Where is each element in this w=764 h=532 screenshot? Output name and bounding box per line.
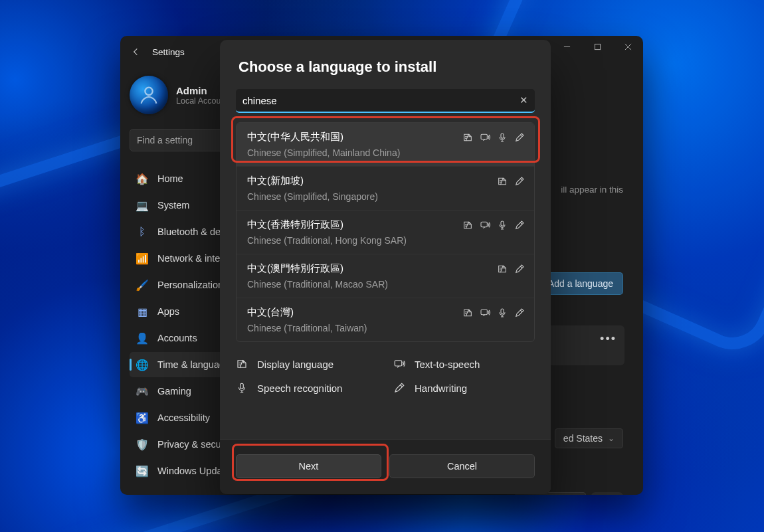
text-to-speech-icon (480, 132, 490, 143)
text-to-speech-icon (480, 220, 490, 230)
language-search[interactable]: ✕ (236, 89, 535, 113)
language-feature-icons (462, 308, 525, 318)
dialog-buttons: Next Cancel (220, 439, 551, 494)
language-feature-icons (462, 220, 525, 230)
language-option[interactable]: 中文(澳門特別行政區) Chinese (Traditional, Macao … (237, 254, 534, 298)
legend-handwriting: Handwriting (393, 382, 535, 394)
handwriting-icon (514, 176, 525, 187)
language-search-input[interactable] (242, 95, 520, 106)
dialog-title: Choose a language to install (220, 40, 551, 89)
language-english-name: Chinese (Simplified, Singapore) (247, 191, 524, 202)
language-results: 中文(中华人民共和国) Chinese (Simplified, Mainlan… (236, 122, 535, 342)
handwriting-icon (514, 132, 525, 143)
language-english-name: Chinese (Simplified, Mainland China) (247, 147, 524, 158)
language-english-name: Chinese (Traditional, Taiwan) (247, 323, 524, 333)
language-english-name: Chinese (Traditional, Macao SAR) (247, 279, 524, 290)
speech-recognition-icon (497, 220, 508, 230)
legend-speech: Speech recognition (236, 382, 377, 394)
display-language-icon (497, 176, 508, 187)
language-feature-icons (497, 264, 525, 274)
language-option[interactable]: 中文(新加坡) Chinese (Simplified, Singapore) (237, 166, 534, 210)
handwriting-icon (514, 264, 525, 274)
display-language-icon (462, 308, 473, 318)
language-feature-icons (497, 176, 525, 187)
legend-tts: Text-to-speech (393, 358, 535, 370)
display-language-icon (236, 358, 248, 370)
language-feature-icons (462, 132, 525, 143)
choose-language-dialog: Choose a language to install ✕ 中文(中华人民共和… (220, 40, 551, 494)
display-language-icon (462, 220, 473, 230)
language-option[interactable]: 中文(台灣) Chinese (Traditional, Taiwan) (237, 298, 534, 341)
display-language-icon (462, 132, 473, 143)
clear-search-button[interactable]: ✕ (520, 94, 528, 106)
next-button[interactable]: Next (236, 454, 381, 478)
handwriting-icon (514, 308, 525, 318)
cancel-button[interactable]: Cancel (389, 454, 535, 478)
speech-recognition-icon (236, 382, 248, 394)
display-language-icon (497, 264, 508, 274)
speech-recognition-icon (497, 132, 508, 143)
language-option[interactable]: 中文(香港特別行政區) Chinese (Traditional, Hong K… (237, 210, 534, 254)
speech-recognition-icon (497, 308, 508, 318)
language-option[interactable]: 中文(中华人民共和国) Chinese (Simplified, Mainlan… (237, 123, 534, 166)
feature-legend: Display language Text-to-speech Speech r… (236, 358, 535, 394)
handwriting-icon (514, 220, 525, 230)
legend-display: Display language (236, 358, 377, 370)
language-english-name: Chinese (Traditional, Hong Kong SAR) (247, 235, 524, 246)
handwriting-icon (393, 382, 405, 394)
language-native-name: 中文(新加坡) (247, 175, 524, 187)
language-native-name: 中文(澳門特別行政區) (247, 262, 524, 275)
text-to-speech-icon (393, 358, 405, 370)
text-to-speech-icon (480, 308, 490, 318)
